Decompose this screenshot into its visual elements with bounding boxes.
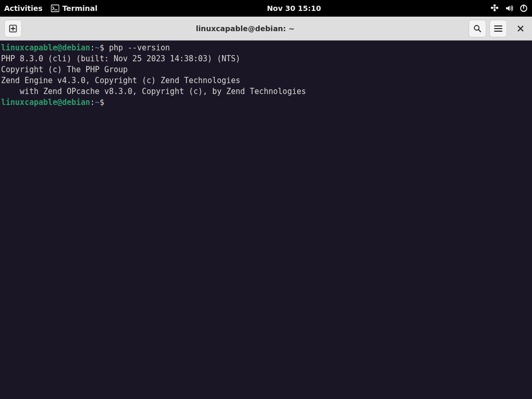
prompt-colon: : <box>90 43 95 52</box>
svg-rect-5 <box>494 9 496 11</box>
svg-line-14 <box>478 30 481 32</box>
power-icon[interactable] <box>520 4 528 12</box>
terminal-viewport[interactable]: linuxcapable@debian:~$ php --versionPHP … <box>0 41 532 399</box>
svg-rect-4 <box>494 5 496 7</box>
active-app-indicator[interactable]: Terminal <box>51 4 98 12</box>
headerbar-right <box>469 20 528 37</box>
prompt-dollar: $ <box>100 43 104 52</box>
gnome-top-bar: Activities Terminal Nov 30 15:10 <box>0 0 532 17</box>
svg-rect-3 <box>496 7 498 9</box>
topbar-right <box>490 4 528 12</box>
prompt-user-host: linuxcapable@debian <box>1 98 90 107</box>
terminal-line-prompt-1: linuxcapable@debian:~$ php --version <box>1 43 531 54</box>
prompt-path: ~ <box>95 98 100 107</box>
prompt-path: ~ <box>95 43 100 52</box>
menu-button[interactable] <box>489 20 507 37</box>
output-line: with Zend OPcache v8.3.0, Copyright (c),… <box>1 86 531 97</box>
terminal-line-prompt-2: linuxcapable@debian:~$ <box>1 97 531 108</box>
svg-rect-0 <box>51 5 59 12</box>
topbar-left: Activities Terminal <box>4 4 98 12</box>
active-app-name: Terminal <box>62 4 98 12</box>
activities-button[interactable]: Activities <box>4 4 43 12</box>
svg-rect-2 <box>491 7 493 9</box>
headerbar-left <box>4 20 22 37</box>
search-button[interactable] <box>469 20 486 37</box>
prompt-user-host: linuxcapable@debian <box>1 43 90 52</box>
new-tab-button[interactable] <box>4 20 22 37</box>
clock-datetime: Nov 30 15:10 <box>267 4 321 12</box>
network-icon[interactable] <box>490 4 499 12</box>
output-line: Copyright (c) The PHP Group <box>1 64 531 75</box>
volume-icon[interactable] <box>505 4 513 12</box>
close-button[interactable] <box>513 21 528 36</box>
topbar-center[interactable]: Nov 30 15:10 <box>98 4 490 12</box>
command-text <box>104 98 109 107</box>
window-title: linuxcapable@debian: ~ <box>22 24 469 33</box>
prompt-colon: : <box>90 98 95 107</box>
prompt-dollar: $ <box>100 98 104 107</box>
command-text: php --version <box>104 43 170 52</box>
output-line: PHP 8.3.0 (cli) (built: Nov 25 2023 14:3… <box>1 54 531 64</box>
terminal-icon <box>51 4 59 12</box>
window-headerbar: linuxcapable@debian: ~ <box>0 17 532 41</box>
output-line: Zend Engine v4.3.0, Copyright (c) Zend T… <box>1 75 531 86</box>
